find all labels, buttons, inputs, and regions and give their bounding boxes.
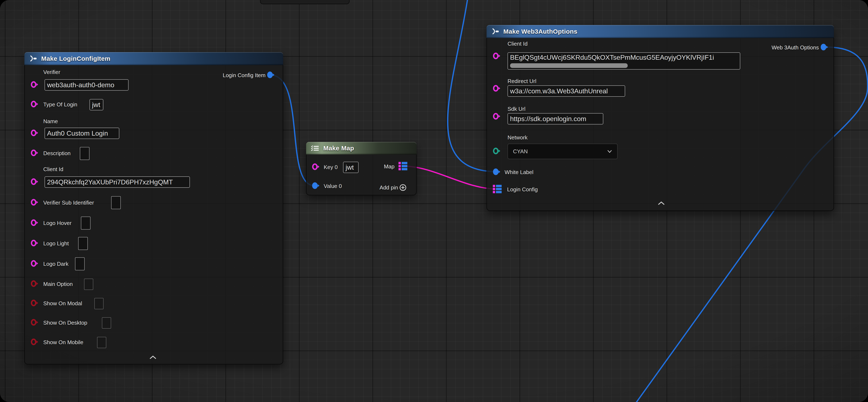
pin-label-web3auth-options: Web 3Auth Options bbox=[772, 45, 819, 51]
pin-label-verifier: Verifier bbox=[43, 69, 60, 76]
pin-map-out[interactable] bbox=[398, 161, 408, 172]
node-make-login-config-item[interactable]: Make LoginConfigItem Verifier web3auth-a… bbox=[24, 52, 283, 364]
key0-input[interactable]: jwt bbox=[343, 162, 359, 173]
pin-label-logo-dark: Logo Dark bbox=[43, 261, 68, 267]
pin-key0[interactable] bbox=[312, 163, 320, 171]
collapse-chevron-icon[interactable] bbox=[149, 355, 157, 361]
type-of-login-input[interactable]: jwt bbox=[90, 99, 103, 110]
collapse-chevron-icon[interactable] bbox=[657, 201, 665, 206]
pin-verifier[interactable] bbox=[31, 81, 39, 89]
pin-type-of-login[interactable] bbox=[31, 100, 39, 109]
pin-show-on-mobile[interactable] bbox=[31, 338, 39, 346]
client-id-hscrollbar[interactable] bbox=[510, 63, 628, 68]
pin-show-on-desktop[interactable] bbox=[31, 319, 39, 327]
add-pin-button[interactable] bbox=[399, 184, 407, 192]
node-title: Make Map bbox=[323, 145, 354, 152]
node-header[interactable]: Make Map bbox=[306, 142, 416, 154]
add-pin-label: Add pin bbox=[380, 184, 398, 191]
node-title: Make LoginConfigItem bbox=[41, 55, 111, 62]
node-title: Make Web3AuthOptions bbox=[503, 28, 577, 35]
pin-description[interactable] bbox=[31, 149, 39, 157]
pin-login-config[interactable] bbox=[492, 184, 502, 195]
main-option-checkbox[interactable] bbox=[84, 279, 93, 290]
pin-network[interactable] bbox=[493, 147, 501, 155]
logo-light-input[interactable] bbox=[78, 237, 88, 250]
show-on-mobile-checkbox[interactable] bbox=[97, 337, 106, 348]
pin-label-logo-hover: Logo Hover bbox=[43, 220, 71, 226]
pin-logo-light[interactable] bbox=[31, 239, 39, 248]
verifier-input[interactable]: web3auth-auth0-demo bbox=[44, 79, 129, 91]
pin-redirect-url[interactable] bbox=[493, 85, 501, 93]
pin-label-show-on-modal: Show On Modal bbox=[43, 300, 82, 307]
make-map-icon bbox=[310, 145, 320, 152]
pin-label-type-of-login: Type Of Login bbox=[43, 101, 77, 108]
node-make-web3auth-options[interactable]: Make Web3AuthOptions Client Id BEglQSgt4… bbox=[487, 25, 834, 211]
pin-verifier-sub-identifier[interactable] bbox=[31, 199, 39, 207]
pin-label-verifier-sub-identifier: Verifier Sub Identifier bbox=[43, 200, 94, 206]
pin-label-redirect-url: Redirect Url bbox=[507, 78, 536, 85]
pin-web3auth-options-out[interactable] bbox=[820, 44, 829, 52]
description-input[interactable] bbox=[80, 147, 90, 160]
sdk-url-input[interactable]: https://sdk.openlogin.com bbox=[507, 113, 603, 124]
offscreen-node-fragment[interactable] bbox=[260, 0, 349, 4]
pin-client-id[interactable] bbox=[31, 178, 39, 186]
pin-label-login-config: Login Config bbox=[507, 186, 538, 193]
node-header[interactable]: Make LoginConfigItem bbox=[24, 52, 283, 65]
make-struct-icon bbox=[29, 55, 38, 62]
show-on-modal-checkbox[interactable] bbox=[94, 298, 103, 309]
client-id-input[interactable]: BEglQSgt4cUWcj6SKRdu5QkOXTsePmMcusG5EAoy… bbox=[507, 52, 740, 69]
pin-label-description: Description bbox=[43, 150, 70, 156]
logo-dark-input[interactable] bbox=[75, 257, 85, 270]
pin-label-map-out: Map bbox=[384, 163, 395, 170]
network-selected-value: CYAN bbox=[513, 148, 528, 155]
node-header[interactable]: Make Web3AuthOptions bbox=[487, 25, 834, 38]
name-input[interactable]: Auth0 Custom Login bbox=[44, 127, 119, 139]
pin-label-client-id: Client Id bbox=[43, 166, 63, 173]
client-id-input[interactable]: 294QRkchfq2YaXUbPri7D6PH7xzHgQMT bbox=[44, 176, 190, 188]
redirect-url-input[interactable]: w3a://com.w3a.Web3AuthUnreal bbox=[507, 85, 625, 97]
pin-label-sdk-url: Sdk Url bbox=[507, 106, 525, 112]
pin-label-show-on-desktop: Show On Desktop bbox=[43, 320, 87, 326]
pin-label-main-option: Main Option bbox=[43, 281, 73, 287]
pin-login-config-item-out[interactable] bbox=[267, 71, 275, 79]
pin-label-value0: Value 0 bbox=[324, 183, 342, 190]
network-dropdown[interactable]: CYAN bbox=[507, 144, 618, 159]
blueprint-graph-canvas[interactable]: Make LoginConfigItem Verifier web3auth-a… bbox=[0, 0, 868, 402]
make-struct-icon bbox=[491, 28, 500, 35]
pin-label-logo-light: Logo Light bbox=[43, 240, 69, 247]
pin-label-key0: Key 0 bbox=[324, 164, 338, 171]
pin-label-client-id: Client Id bbox=[507, 40, 527, 47]
pin-name[interactable] bbox=[31, 129, 39, 137]
pin-label-login-config-item: Login Config Item bbox=[223, 72, 266, 79]
pin-white-label[interactable] bbox=[493, 168, 501, 176]
pin-client-id[interactable] bbox=[493, 52, 501, 60]
logo-hover-input[interactable] bbox=[81, 217, 91, 230]
node-make-map[interactable]: Make Map Key 0 jwt Map Value 0 Add pin bbox=[306, 142, 416, 195]
pin-value0[interactable] bbox=[312, 182, 320, 190]
verifier-sub-identifier-input[interactable] bbox=[111, 196, 121, 209]
pin-show-on-modal[interactable] bbox=[31, 299, 39, 307]
chevron-down-icon bbox=[607, 150, 612, 153]
pin-sdk-url[interactable] bbox=[493, 113, 501, 121]
pin-logo-hover[interactable] bbox=[31, 219, 39, 227]
pin-label-network: Network bbox=[507, 134, 527, 141]
wire-map-to-login-config[interactable] bbox=[403, 166, 497, 189]
pin-label-white-label: White Label bbox=[504, 169, 533, 176]
pin-label-show-on-mobile: Show On Mobile bbox=[43, 339, 84, 346]
pin-label-name: Name bbox=[43, 118, 58, 125]
pin-logo-dark[interactable] bbox=[31, 260, 39, 268]
show-on-desktop-checkbox[interactable] bbox=[102, 317, 111, 328]
pin-main-option[interactable] bbox=[31, 280, 39, 288]
